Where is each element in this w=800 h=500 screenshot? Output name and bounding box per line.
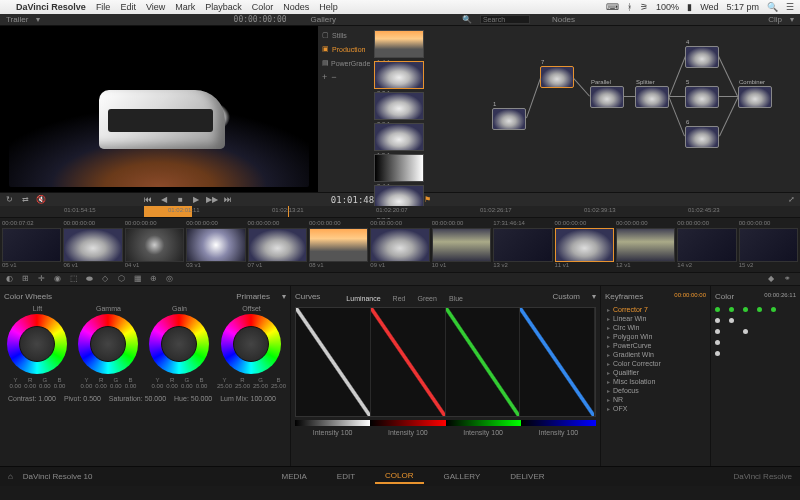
keyboard-icon[interactable]: ⌨ [606,2,619,12]
primaries-tab[interactable]: Primaries [236,292,270,301]
expand-icon[interactable]: ⤢ [786,195,796,205]
project-name[interactable]: DaVinci Resolve 10 [23,472,93,481]
tool-icon[interactable]: ✛ [38,274,48,284]
gallery-add-button[interactable]: + [322,72,327,82]
search-input[interactable] [480,15,530,24]
prev-button[interactable]: ◀ [159,195,169,205]
clip-thumb[interactable]: 17:31:46:1413 v2 [493,220,552,270]
menu-help[interactable]: Help [319,2,338,12]
mute-icon[interactable]: 🔇 [36,195,46,205]
viewer-title[interactable]: Trailer [6,15,28,24]
chevron-down-icon[interactable]: ▾ [592,292,596,305]
node[interactable]: Splitter [635,86,669,108]
gallery-thumb[interactable]: 1.5.1 [374,123,424,151]
gallery-tab-powergrade[interactable]: ▤PowerGrade [320,56,372,70]
first-frame-button[interactable]: ⏮ [143,195,153,205]
color-wheel-gain[interactable]: GainY0.00R0.00G0.00B0.00 [146,305,213,389]
app-name[interactable]: DaVinci Resolve [16,2,86,12]
wifi-icon[interactable]: ⚞ [640,2,648,12]
flag-icon[interactable]: ⚑ [422,195,432,205]
param-hue[interactable]: Hue: 50.000 [174,395,212,402]
node[interactable]: 4 [685,46,719,68]
gallery-thumb[interactable]: 2.4.1 [374,154,424,182]
tool-icon[interactable]: ⬡ [118,274,128,284]
tool-icon[interactable]: ⊕ [150,274,160,284]
tool-icon[interactable]: ◐ [6,274,16,284]
clip-thumb[interactable]: 00:00:00:0012 v1 [616,220,675,270]
viewer-panel[interactable] [0,26,318,192]
next-button[interactable]: ▶▶ [207,195,217,205]
spotlight-icon[interactable]: 🔍 [767,2,778,12]
clip-thumb[interactable]: 00:00:07:0205 v1 [2,220,61,270]
curve-tab-lum[interactable]: Luminance [342,294,384,303]
keyframe-track[interactable]: Gradient Win [605,350,706,359]
keyframe-track[interactable]: Linear Win [605,314,706,323]
node[interactable]: 1 [492,108,526,130]
gallery-thumb[interactable]: 1.4.1 [374,30,424,58]
clip-thumb[interactable]: 00:00:00:0004 v1 [125,220,184,270]
clip-thumb[interactable]: 00:00:00:0003 v1 [186,220,245,270]
keyframe-track[interactable]: Misc Isolation [605,377,706,386]
menu-view[interactable]: View [146,2,165,12]
loop-icon[interactable]: ↻ [4,195,14,205]
clip-thumb[interactable]: 00:00:00:0014 v2 [677,220,736,270]
keyframe-track[interactable]: Corrector 7 [605,305,706,314]
page-tab-edit[interactable]: EDIT [327,470,365,483]
clip-thumb[interactable]: 00:00:00:0008 v1 [309,220,368,270]
clip-thumb[interactable]: 00:00:00:0011 v1 [555,220,614,270]
page-tab-color[interactable]: COLOR [375,469,423,484]
keyframe-track[interactable]: Polygon Win [605,332,706,341]
tool-icon[interactable]: ▦ [134,274,144,284]
chevron-down-icon[interactable]: ▾ [790,15,794,24]
timeline-ruler[interactable]: 01:01:54:1501:02:01:1101:02:13:2101:02:2… [0,206,800,218]
clip-thumb[interactable]: 00:00:00:0006 v1 [63,220,122,270]
nodes-panel[interactable]: 17ParallelSplitter456Combiner [480,26,800,192]
gallery-tab-production[interactable]: ▣Production [320,42,372,56]
keyframe-track[interactable]: Color Corrector [605,359,706,368]
node[interactable]: 6 [685,126,719,148]
clip-thumb[interactable]: 00:00:00:0010 v1 [432,220,491,270]
keyframe-track[interactable]: Qualifier [605,368,706,377]
gallery-remove-button[interactable]: − [331,72,336,82]
curves-editor[interactable] [295,307,596,417]
curve-mode[interactable]: Custom [552,292,580,305]
tool-icon[interactable]: ⊞ [22,274,32,284]
keyframe-track[interactable]: Defocus [605,386,706,395]
curve-tab-red[interactable]: Red [389,294,410,303]
shuffle-icon[interactable]: ⇄ [20,195,30,205]
color-wheel-gamma[interactable]: GammaY0.00R0.00G0.00B0.00 [75,305,142,389]
menu-file[interactable]: File [96,2,111,12]
page-tab-gallery[interactable]: GALLERY [434,470,491,483]
last-frame-button[interactable]: ⏭ [223,195,233,205]
keyframe-track[interactable]: OFX [605,404,706,413]
day-text[interactable]: Wed [700,2,718,12]
notifications-icon[interactable]: ☰ [786,2,794,12]
clip-thumb[interactable]: 00:00:00:0007 v1 [248,220,307,270]
clip-label[interactable]: Clip [768,15,782,24]
clip-thumb[interactable]: 00:00:00:0009 v1 [370,220,429,270]
play-button[interactable]: ▶ [191,195,201,205]
stop-button[interactable]: ■ [175,195,185,205]
tool-icon[interactable]: ⬚ [70,274,80,284]
gallery-thumb[interactable]: 2.3.1 [374,61,424,89]
chevron-down-icon[interactable]: ▾ [282,292,286,301]
bluetooth-icon[interactable]: ᚼ [627,2,632,12]
tool-icon[interactable]: ◉ [54,274,64,284]
gallery-tab-stills[interactable]: ▢Stills [320,28,372,42]
curve-tab-blue[interactable]: Blue [445,294,467,303]
tool-icon[interactable]: ◎ [166,274,176,284]
clip-thumb[interactable]: 00:00:00:0015 v2 [739,220,798,270]
param-contrast[interactable]: Contrast: 1.000 [8,395,56,402]
link-icon[interactable]: ⚭ [784,274,794,284]
keyframe-dots[interactable] [715,307,796,356]
keyframe-track[interactable]: NR [605,395,706,404]
color-wheel-offset[interactable]: OffsetY25.00R25.00G25.00B25.00 [217,305,286,389]
param-pivot[interactable]: Pivot: 0.500 [64,395,101,402]
node[interactable]: Combiner [738,86,772,108]
menu-edit[interactable]: Edit [120,2,136,12]
page-tab-deliver[interactable]: DELIVER [500,470,554,483]
keyframe-track[interactable]: PowerCurve [605,341,706,350]
keyframe-tool-icon[interactable]: ◆ [768,274,778,284]
tool-icon[interactable]: ⬬ [86,274,96,284]
node[interactable]: 7 [540,66,574,88]
